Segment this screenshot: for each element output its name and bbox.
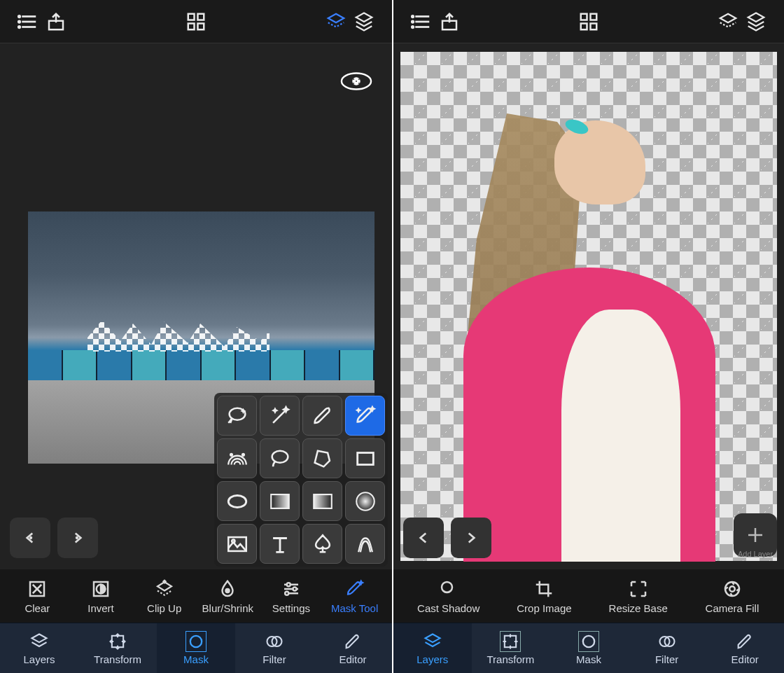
settings-button[interactable]: Settings xyxy=(263,578,319,614)
list-icon[interactable] xyxy=(407,8,435,36)
blurshrink-button[interactable]: Blur/Shrink xyxy=(200,578,255,614)
redo-button[interactable] xyxy=(57,518,98,558)
svg-point-17 xyxy=(356,81,357,82)
svg-rect-43 xyxy=(112,636,123,647)
tool-gradient-horiz[interactable] xyxy=(260,481,300,521)
canvas-area[interactable] xyxy=(0,43,392,569)
tool-landscape[interactable] xyxy=(217,524,257,564)
add-layer-button[interactable]: Add Layer xyxy=(734,513,777,557)
svg-rect-7 xyxy=(188,13,195,20)
clipup-label: Clip Up xyxy=(147,602,181,614)
svg-rect-56 xyxy=(581,23,587,29)
blurshrink-label: Blur/Shrink xyxy=(202,602,253,614)
layers-stack-icon[interactable] xyxy=(350,8,378,36)
clipup-button[interactable]: Clip Up xyxy=(136,578,192,614)
undo-button[interactable] xyxy=(403,518,444,558)
tool-spade[interactable] xyxy=(302,524,342,564)
svg-rect-55 xyxy=(591,13,597,20)
tab-filter[interactable]: Filter xyxy=(628,623,706,673)
tool-lasso-sparkle[interactable] xyxy=(217,396,257,436)
svg-point-64 xyxy=(583,636,594,647)
svg-point-18 xyxy=(29,536,32,539)
tab-layers-label: Layers xyxy=(416,653,448,665)
tool-ellipse[interactable] xyxy=(217,481,257,521)
castshadow-button[interactable]: Cast Shadow xyxy=(417,578,479,614)
tab-editor[interactable]: Editor xyxy=(314,623,392,673)
masktool-label: Mask Tool xyxy=(331,602,378,614)
grid-icon[interactable] xyxy=(182,8,210,36)
tool-polygon[interactable] xyxy=(302,438,342,478)
tool-brush-sparkle[interactable] xyxy=(345,396,385,436)
tool-magic-wand[interactable] xyxy=(260,396,300,436)
tool-text[interactable] xyxy=(260,524,300,564)
undo-button[interactable] xyxy=(10,518,50,558)
tab-mask-label: Mask xyxy=(183,653,209,665)
svg-rect-57 xyxy=(591,23,597,29)
cropimage-button[interactable]: Crop Image xyxy=(516,578,572,614)
svg-rect-24 xyxy=(357,452,373,464)
svg-point-3 xyxy=(18,15,20,18)
visibility-eye-icon[interactable] xyxy=(340,71,372,91)
tab-filter[interactable]: Filter xyxy=(235,623,314,673)
tab-transform-label: Transform xyxy=(94,653,141,665)
tab-editor[interactable]: Editor xyxy=(706,623,784,673)
tool-lasso[interactable] xyxy=(260,438,300,478)
layers-sub-toolbar: Cast Shadow Crop Image Resize Base Camer… xyxy=(393,569,784,623)
cropimage-label: Crop Image xyxy=(517,602,571,614)
clear-label: Clear xyxy=(24,602,50,614)
undo-redo-group xyxy=(403,518,491,558)
mask-layer-icon[interactable] xyxy=(322,8,350,36)
tab-layers[interactable]: Layers xyxy=(393,623,472,673)
camerafill-button[interactable]: Camera Fill xyxy=(704,578,760,614)
tool-rectangle[interactable] xyxy=(345,438,385,478)
tab-mask[interactable]: Mask xyxy=(550,623,628,673)
svg-point-28 xyxy=(356,492,374,511)
top-toolbar xyxy=(0,0,392,43)
canvas-area[interactable]: Add Layer xyxy=(393,43,784,569)
resizebase-button[interactable]: Resize Base xyxy=(609,578,668,614)
list-icon[interactable] xyxy=(14,8,42,36)
svg-point-13 xyxy=(353,78,354,80)
svg-point-22 xyxy=(242,453,244,455)
svg-point-16 xyxy=(358,83,360,84)
tool-rainbow[interactable] xyxy=(217,438,257,478)
tab-transform[interactable]: Transform xyxy=(472,623,550,673)
tab-filter-label: Filter xyxy=(262,653,286,665)
right-pane: Add Layer Cast Shadow Crop Image Resize … xyxy=(392,0,784,673)
svg-point-36 xyxy=(226,589,230,592)
share-icon[interactable] xyxy=(42,8,70,36)
invert-button[interactable]: Invert xyxy=(73,578,129,614)
clear-button[interactable]: Clear xyxy=(9,578,65,614)
layers-stack-icon[interactable] xyxy=(742,8,770,36)
tool-radial[interactable] xyxy=(345,481,385,521)
invert-label: Invert xyxy=(88,602,114,614)
mask-tool-grid xyxy=(214,393,388,567)
tab-transform[interactable]: Transform xyxy=(78,623,157,673)
tab-mask-label: Mask xyxy=(576,653,601,665)
tab-mask[interactable]: Mask xyxy=(157,623,235,673)
tab-transform-label: Transform xyxy=(486,653,534,665)
svg-rect-9 xyxy=(188,23,195,29)
svg-point-25 xyxy=(228,495,246,507)
svg-rect-63 xyxy=(505,636,516,647)
svg-point-61 xyxy=(725,582,739,596)
tool-gradient-vert[interactable] xyxy=(302,481,342,521)
svg-point-21 xyxy=(230,453,232,455)
mask-layer-icon[interactable] xyxy=(714,8,742,36)
svg-point-60 xyxy=(442,582,452,592)
tab-filter-label: Filter xyxy=(655,653,678,665)
grid-icon[interactable] xyxy=(575,8,603,36)
share-icon[interactable] xyxy=(435,8,463,36)
tab-layers[interactable]: Layers xyxy=(0,623,78,673)
svg-point-19 xyxy=(76,536,78,539)
tool-brush[interactable] xyxy=(302,396,342,436)
masktool-button[interactable]: Mask Tool xyxy=(327,578,383,614)
svg-rect-27 xyxy=(314,494,332,508)
settings-label: Settings xyxy=(272,602,310,614)
svg-point-4 xyxy=(18,20,20,22)
tool-hair[interactable] xyxy=(345,524,385,564)
svg-rect-8 xyxy=(198,13,204,20)
redo-button[interactable] xyxy=(451,518,491,558)
svg-rect-10 xyxy=(198,23,204,29)
tab-editor-label: Editor xyxy=(339,653,366,665)
